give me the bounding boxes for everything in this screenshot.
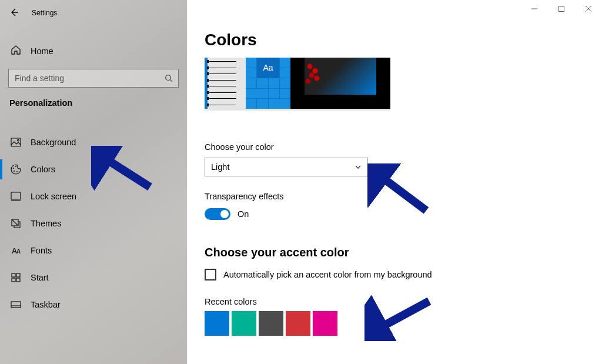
color-mode-selected: Light	[211, 162, 229, 172]
recent-colors-label: Recent colors	[205, 297, 588, 306]
sidebar-home[interactable]: Home	[0, 39, 187, 63]
sidebar: Settings Home Personalization Background…	[0, 0, 187, 364]
sidebar-item-label: Fonts	[31, 246, 52, 255]
choose-color-label: Choose your color	[205, 142, 588, 152]
recent-color-swatch[interactable]	[286, 311, 310, 336]
svg-rect-2	[11, 138, 21, 146]
recent-color-swatch[interactable]	[259, 311, 283, 336]
taskbar-icon	[11, 299, 21, 310]
preview-desktop	[290, 58, 390, 109]
accent-title: Choose your accent color	[205, 246, 588, 259]
sidebar-item-lock-screen[interactable]: Lock screen	[0, 183, 187, 210]
titlebar: Settings	[0, 0, 187, 26]
sidebar-item-label: Start	[31, 273, 49, 282]
recent-color-swatch[interactable]	[313, 311, 337, 336]
transparency-label: Transparency effects	[205, 192, 588, 201]
recent-color-swatch[interactable]	[232, 311, 256, 336]
preview-light-panel	[205, 58, 246, 109]
home-icon	[11, 45, 21, 57]
search-input[interactable]	[8, 69, 179, 88]
color-preview: Aa	[205, 58, 390, 111]
minimize-icon	[531, 5, 538, 12]
svg-point-4	[13, 168, 14, 169]
auto-accent-label: Automatically pick an accent color from …	[223, 270, 432, 279]
sidebar-nav: Background Colors Lock screen Themes AA …	[0, 112, 187, 318]
lock-screen-icon	[11, 191, 21, 202]
svg-rect-13	[12, 278, 15, 282]
maximize-button[interactable]	[548, 0, 575, 18]
home-label: Home	[31, 46, 53, 56]
minimize-button[interactable]	[521, 0, 548, 18]
svg-rect-8	[11, 192, 21, 199]
transparency-toggle[interactable]	[205, 208, 230, 220]
sidebar-item-label: Colors	[31, 165, 55, 174]
transparency-state: On	[238, 209, 249, 219]
sidebar-item-taskbar[interactable]: Taskbar	[0, 291, 187, 318]
svg-point-6	[16, 171, 18, 172]
image-icon	[11, 137, 21, 148]
recent-color-swatch[interactable]	[205, 311, 229, 336]
sidebar-item-start[interactable]: Start	[0, 264, 187, 291]
start-icon	[11, 272, 21, 283]
content-area: Colors Aa Choose your color Light	[187, 0, 602, 364]
sidebar-item-label: Background	[31, 138, 76, 147]
svg-rect-14	[16, 278, 20, 282]
chevron-down-icon	[354, 163, 362, 171]
close-button[interactable]	[575, 0, 602, 18]
themes-icon	[11, 218, 21, 229]
auto-accent-checkbox[interactable]	[205, 269, 216, 280]
search-wrap	[8, 69, 179, 88]
sidebar-item-label: Lock screen	[31, 192, 76, 201]
sidebar-item-label: Taskbar	[31, 300, 61, 309]
svg-point-7	[15, 166, 16, 167]
sidebar-item-themes[interactable]: Themes	[0, 210, 187, 237]
svg-point-3	[18, 139, 19, 141]
sidebar-item-label: Themes	[31, 219, 61, 228]
preview-tile-aa: Aa	[257, 58, 279, 78]
maximize-icon	[558, 5, 565, 12]
page-title: Colors	[205, 31, 588, 49]
sidebar-item-fonts[interactable]: AA Fonts	[0, 237, 187, 264]
svg-point-5	[14, 171, 15, 172]
close-icon	[585, 5, 592, 12]
svg-rect-15	[11, 302, 21, 308]
color-mode-dropdown[interactable]: Light	[205, 158, 368, 176]
section-label: Personalization	[0, 88, 187, 112]
preview-start-tiles: Aa	[246, 58, 290, 109]
back-button[interactable]	[9, 8, 19, 19]
fonts-icon: AA	[11, 245, 21, 256]
app-title: Settings	[32, 9, 57, 17]
svg-rect-18	[559, 6, 564, 12]
sidebar-item-colors[interactable]: Colors	[0, 156, 187, 183]
palette-icon	[11, 164, 21, 175]
recent-colors	[205, 311, 588, 336]
svg-rect-12	[16, 273, 20, 277]
sidebar-item-background[interactable]: Background	[0, 129, 187, 156]
svg-rect-11	[12, 273, 15, 277]
window-controls	[521, 0, 602, 18]
back-arrow-icon	[9, 8, 19, 17]
